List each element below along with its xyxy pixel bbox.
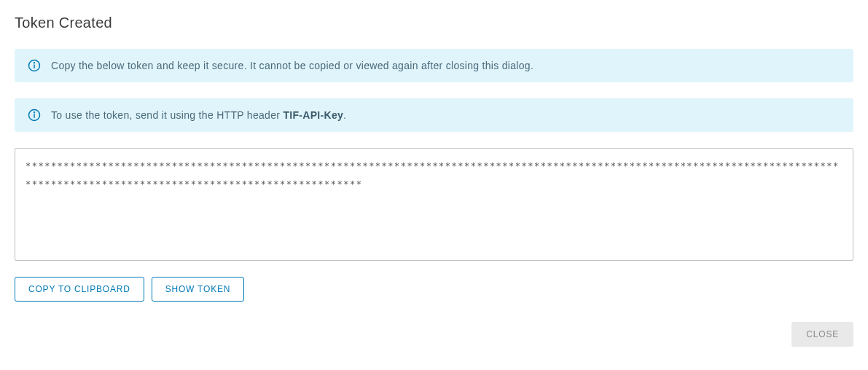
svg-point-5 [34,112,35,113]
dialog-title: Token Created [15,15,853,31]
info-icon [28,59,41,72]
secure-warning-banner: Copy the below token and keep it secure.… [15,49,853,82]
usage-suffix: . [343,109,346,121]
usage-prefix: To use the token, send it using the HTTP… [51,109,283,121]
secure-warning-text: Copy the below token and keep it secure.… [51,60,533,71]
token-display: ****************************************… [15,148,853,261]
action-button-row: COPY TO CLIPBOARD SHOW TOKEN [15,277,853,302]
dialog-footer: CLOSE [15,322,853,347]
copy-to-clipboard-button[interactable]: COPY TO CLIPBOARD [15,277,144,302]
info-icon [28,109,41,122]
close-button[interactable]: CLOSE [791,322,853,347]
svg-point-2 [34,63,35,63]
usage-header-name: TIF-API-Key [283,109,343,121]
usage-text: To use the token, send it using the HTTP… [51,109,346,121]
usage-banner: To use the token, send it using the HTTP… [15,98,853,132]
show-token-button[interactable]: SHOW TOKEN [152,277,245,302]
